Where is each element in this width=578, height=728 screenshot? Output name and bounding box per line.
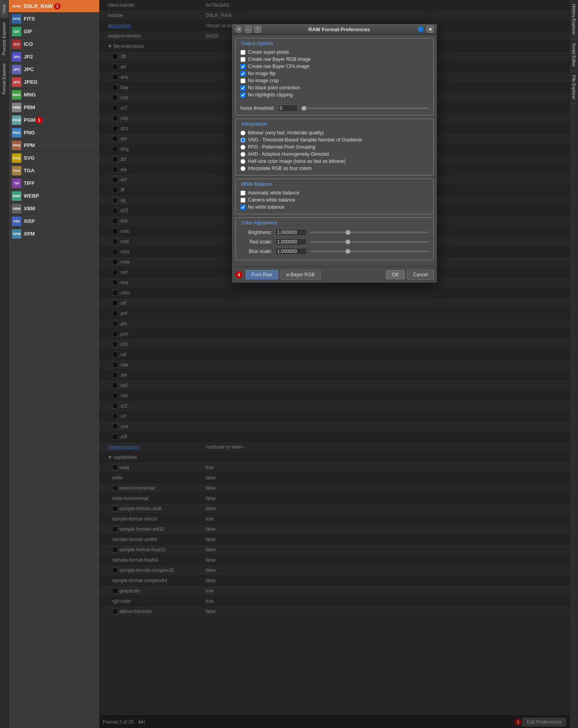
prop-key-2[interactable]: description: [100, 23, 202, 28]
checkbox-label-cb-no-black[interactable]: No black point correction: [248, 85, 300, 91]
checkbox-wb-camera[interactable]: [240, 198, 246, 203]
checkbox-label-cb-no-highlights[interactable]: No highlights clipping: [248, 92, 293, 98]
table-row[interactable]: .srw: [100, 421, 569, 432]
table-row[interactable]: .pef: [100, 308, 569, 319]
table-row[interactable]: moduleDSLR_RAW: [100, 10, 569, 21]
sidebar-item-xbm[interactable]: XBMXBM: [9, 202, 99, 215]
skip-button[interactable]: ⏭: [137, 718, 147, 726]
pure-raw-button[interactable]: Pure Raw: [246, 270, 278, 279]
history-explorer-tab[interactable]: History Explorer: [570, 0, 578, 39]
adj-thumb-ca-blue[interactable]: [346, 249, 350, 254]
table-row[interactable]: alpha-channelsfalse: [100, 606, 569, 617]
table-row[interactable]: rgb-colortrue: [100, 596, 569, 606]
sidebar-item-xisf[interactable]: XSFXISF: [9, 215, 99, 228]
radio-r-interp-rgb[interactable]: [240, 166, 246, 171]
checkbox-cb-no-highlights[interactable]: [240, 92, 246, 98]
radio-r-vng[interactable]: [240, 138, 246, 143]
noise-threshold-slider[interactable]: [301, 108, 429, 109]
sidebar-item-svg[interactable]: SVGSVG: [9, 152, 99, 164]
checkbox-cb-no-black[interactable]: [240, 85, 246, 91]
checkbox-cb-bayer-rgb[interactable]: [240, 57, 246, 62]
checkbox-cb-no-crop[interactable]: [240, 78, 246, 83]
noise-threshold-thumb[interactable]: [302, 106, 306, 111]
sidebar-item-ppm[interactable]: PPMPPM: [9, 139, 99, 152]
modal-pin-button[interactable]: 🔵: [417, 26, 424, 33]
table-row[interactable]: .r3d: [100, 339, 569, 349]
table-row[interactable]: sample-format-uint16true: [100, 514, 569, 524]
sidebar-item-fits[interactable]: FITSFITS: [9, 13, 99, 25]
adj-input-ca-brightness[interactable]: [275, 229, 307, 236]
checkbox-label-cb-bayer-rgb[interactable]: Create raw Bayer RGB image: [248, 57, 311, 62]
format-explorer-tab[interactable]: Format Explorer: [0, 59, 8, 98]
sidebar-item-tga[interactable]: TGATGA: [9, 164, 99, 177]
table-row[interactable]: .obm: [100, 288, 569, 298]
checkbox-label-wb-none[interactable]: No white balance: [248, 204, 284, 210]
sidebar-item-pbm[interactable]: PBMPBM: [9, 101, 99, 114]
adj-slider-ca-brightness[interactable]: [310, 232, 429, 233]
sidebar-item-mng[interactable]: MNGMNG: [9, 89, 99, 101]
sidebar-item-jpc[interactable]: JPCJPC: [9, 63, 99, 76]
radio-label-r-ppg[interactable]: PPG - Patterned Pixel Grouping: [248, 144, 315, 150]
radio-r-ppg[interactable]: [240, 145, 246, 150]
radio-r-ahd[interactable]: [240, 152, 246, 157]
script-editor-tab[interactable]: Script Editor: [570, 39, 578, 71]
table-row[interactable]: sample-format-uint8false: [100, 504, 569, 514]
table-row[interactable]: sample-format-uint64false: [100, 534, 569, 545]
table-row[interactable]: sample-format-complex32false: [100, 565, 569, 575]
checkbox-wb-none[interactable]: [240, 205, 246, 210]
checkbox-label-cb-bayer-cfa[interactable]: Create raw Bayer CFA image: [248, 64, 309, 69]
table-row[interactable]: ▼ capabilities: [100, 452, 569, 462]
table-row[interactable]: write-incrementalfalse: [100, 493, 569, 504]
radio-label-r-vng[interactable]: VNG - Threshold-Based Variable Number of…: [248, 137, 362, 143]
table-row[interactable]: .ptx: [100, 319, 569, 329]
table-row[interactable]: .srf: [100, 411, 569, 421]
modal-minimize-button[interactable]: −: [245, 26, 252, 33]
sidebar-item-webp[interactable]: WBPWEBP: [9, 190, 99, 202]
e-bayer-rgb-button[interactable]: e-Bayer RGB: [281, 270, 321, 279]
checkbox-label-cb-super-pixels[interactable]: Create super-pixels: [248, 49, 289, 55]
checkbox-cb-bayer-cfa[interactable]: [240, 64, 246, 69]
table-row[interactable]: writefalse: [100, 473, 569, 483]
table-row[interactable]: sample-format-uint32false: [100, 524, 569, 534]
table-row[interactable]: implementation<activate to view>: [100, 442, 569, 452]
checkbox-label-wb-auto[interactable]: Automatic white balance: [248, 190, 299, 196]
table-row[interactable]: grayscaletrue: [100, 586, 569, 596]
radio-label-r-ahd[interactable]: AHD - Adaptive Homogeneity-Directed: [248, 151, 329, 157]
radio-label-r-interp-rgb[interactable]: Interpolate RGB as four colors: [248, 166, 312, 171]
ok-button[interactable]: OK: [386, 270, 404, 279]
table-row[interactable]: .pxn: [100, 329, 569, 339]
table-row[interactable]: .rwz: [100, 390, 569, 401]
sidebar-item-gif[interactable]: GIFGIF: [9, 25, 99, 38]
table-row[interactable]: .raw: [100, 360, 569, 370]
radio-label-r-bilinear[interactable]: Bilinear (very fast, moderate quality): [248, 130, 324, 136]
table-row[interactable]: readtrue: [100, 462, 569, 473]
checkbox-cb-no-flip[interactable]: [240, 71, 246, 76]
file-explorer-tab[interactable]: File Explorer: [570, 71, 578, 104]
adj-thumb-ca-brightness[interactable]: [346, 230, 350, 235]
adj-slider-ca-red[interactable]: [310, 241, 429, 243]
sidebar-item-xpm[interactable]: XPMXPM: [9, 228, 99, 240]
sidebar-item-jpeg[interactable]: JPGJPEG: [9, 76, 99, 89]
process-explorer-tab[interactable]: Process Explorer: [0, 18, 8, 59]
modal-help-button[interactable]: ?: [254, 26, 261, 33]
adj-input-ca-blue[interactable]: [275, 248, 307, 255]
sidebar-item-ico[interactable]: ICOICO: [9, 38, 99, 51]
table-row[interactable]: .rwl: [100, 370, 569, 380]
sidebar-item-tiff[interactable]: TIFTIFF: [9, 177, 99, 190]
adj-thumb-ca-red[interactable]: [346, 240, 350, 244]
table-row[interactable]: .sr2: [100, 401, 569, 411]
noise-threshold-input[interactable]: [278, 105, 298, 112]
checkbox-wb-auto[interactable]: [240, 190, 246, 196]
sidebar-item-png[interactable]: PNGPNG: [9, 126, 99, 139]
checkbox-cb-super-pixels[interactable]: [240, 50, 246, 55]
sidebar-item-pgm[interactable]: PGMPGM1: [9, 114, 99, 126]
table-row[interactable]: .orf: [100, 298, 569, 308]
checkbox-label-cb-no-crop[interactable]: No image crop: [248, 78, 279, 83]
sidebar-item-jp2[interactable]: JP2JP2: [9, 51, 99, 63]
radio-r-half[interactable]: [240, 159, 246, 164]
edit-preferences-button[interactable]: Edit Preferences: [522, 718, 566, 726]
table-row[interactable]: .raf: [100, 349, 569, 360]
table-row[interactable]: .rw2: [100, 380, 569, 390]
table-row[interactable]: .x3f: [100, 432, 569, 442]
checkbox-label-cb-no-flip[interactable]: No image flip: [248, 71, 276, 76]
